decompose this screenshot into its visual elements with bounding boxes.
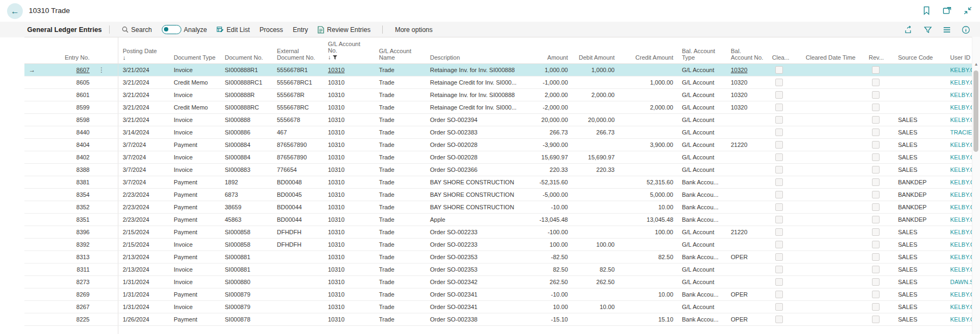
cell-entry-no[interactable]: 8311 [58, 264, 94, 276]
cell-menu[interactable] [94, 239, 118, 251]
cell-bal-account-type[interactable]: G/L Account [678, 239, 726, 251]
cell-source-code[interactable]: SALES [894, 288, 946, 301]
cell-gl-account-name[interactable]: Trade [375, 201, 426, 214]
cell-gl-account-no[interactable]: 10310 [324, 164, 375, 176]
cell-external-document-no[interactable]: BD00044 [273, 214, 324, 226]
cell-document-type[interactable]: Invoice [169, 164, 220, 176]
cell-amount[interactable]: -52,315.60 [521, 176, 572, 189]
table-row[interactable]: 83512/23/2024Payment45863BD0004410310Tra… [24, 214, 972, 226]
cell-reversed[interactable] [864, 239, 894, 251]
cell-document-no[interactable]: 45863 [220, 214, 273, 226]
cell-cleared[interactable] [768, 226, 801, 239]
cell-source-code[interactable]: SALES [894, 301, 946, 313]
column-header-cleared[interactable]: Clea... [768, 37, 801, 64]
cell-cleared[interactable] [768, 164, 801, 176]
cell-user-id[interactable]: KELBY.CAIOLA [946, 164, 972, 176]
cell-gl-account-name[interactable]: Trade [375, 276, 426, 288]
cell-gl-account-no[interactable]: 10310 [324, 239, 375, 251]
cleared-checkbox[interactable] [775, 104, 783, 111]
cell-external-document-no[interactable]: 5556678R [273, 89, 324, 101]
cell-reversed[interactable] [864, 251, 894, 264]
cell-bal-account-no[interactable]: OPER [726, 288, 768, 301]
cell-document-type[interactable]: Payment [169, 313, 220, 326]
cell-document-type[interactable]: Credit Memo [169, 76, 220, 89]
cell-cleared-date-time[interactable] [801, 164, 864, 176]
cell-cleared-date-time[interactable] [801, 189, 864, 201]
cell-entry-no[interactable]: 8381 [58, 176, 94, 189]
cell-cleared-date-time[interactable] [801, 301, 864, 313]
cleared-checkbox[interactable] [775, 203, 783, 211]
cell-document-type[interactable]: Invoice [169, 276, 220, 288]
cell-description[interactable]: BAY SHORE CONSTRUCTION [426, 176, 521, 189]
cell-posting-date[interactable]: 2/15/2024 [118, 226, 170, 239]
cell-cleared-date-time[interactable] [801, 226, 864, 239]
cell-posting-date[interactable]: 1/31/2024 [118, 288, 170, 301]
cell-external-document-no[interactable]: 876567890 [273, 151, 324, 164]
cell-gl-account-no[interactable]: 10310 [324, 139, 375, 151]
cell-cleared-date-time[interactable] [801, 139, 864, 151]
reversed-checkbox[interactable] [872, 316, 880, 323]
cell-document-no[interactable]: SI000878 [220, 313, 273, 326]
cell-cleared[interactable] [768, 139, 801, 151]
back-button[interactable]: ← [7, 3, 23, 19]
cell-gl-account-name[interactable]: Trade [375, 114, 426, 126]
cell-source-code[interactable] [894, 101, 946, 114]
cell-cleared[interactable] [768, 288, 801, 301]
cell-bal-account-no[interactable]: 10320 [726, 64, 768, 76]
cell-source-code[interactable] [894, 64, 946, 76]
cell-credit-amount[interactable]: 15.10 [619, 313, 678, 326]
cell-source-code[interactable]: SALES [894, 251, 946, 264]
cell-description[interactable]: Order SO-002366 [426, 164, 521, 176]
cell-bal-account-no[interactable] [726, 151, 768, 164]
edit-list-button[interactable]: Edit List [212, 22, 255, 37]
cell-bal-account-no[interactable] [726, 214, 768, 226]
cell-debit-amount[interactable]: 10.00 [572, 301, 619, 313]
row-options-icon[interactable]: ⋮ [98, 66, 105, 74]
cell-gl-account-name[interactable]: Trade [375, 76, 426, 89]
cell-cleared-date-time[interactable] [801, 201, 864, 214]
column-header-entry-no[interactable]: Entry No. [58, 37, 94, 64]
cleared-checkbox[interactable] [775, 266, 783, 273]
table-row[interactable]: 82731/31/2024InvoiceSI00088010310TradeOr… [24, 276, 972, 288]
analyze-toggle[interactable]: Analyze [157, 22, 212, 37]
reversed-checkbox[interactable] [872, 203, 880, 211]
column-header-source-code[interactable]: Source Code [894, 37, 946, 64]
cell-source-code[interactable]: SALES [894, 151, 946, 164]
cell-cleared-date-time[interactable] [801, 76, 864, 89]
cell-document-type[interactable]: Payment [169, 288, 220, 301]
table-row[interactable]: 85983/21/2024InvoiceSI000888555667810310… [24, 114, 972, 126]
cell-external-document-no[interactable] [273, 264, 324, 276]
cell-description[interactable]: Order SO-002028 [426, 139, 521, 151]
cell-gl-account-name[interactable]: Trade [375, 139, 426, 151]
cell-bal-account-no[interactable]: 10320 [726, 101, 768, 114]
cell-credit-amount[interactable] [619, 164, 678, 176]
cell-description[interactable]: BAY SHORE CONSTRUCTION [426, 189, 521, 201]
cell-external-document-no[interactable]: 467 [273, 126, 324, 139]
cell-bal-account-type[interactable]: G/L Account [678, 64, 726, 76]
cell-gl-account-name[interactable]: Trade [375, 288, 426, 301]
cell-menu[interactable] [94, 101, 118, 114]
cell-credit-amount[interactable] [619, 151, 678, 164]
cell-source-code[interactable]: SALES [894, 313, 946, 326]
cell-menu[interactable] [94, 214, 118, 226]
cleared-checkbox[interactable] [775, 141, 783, 149]
cell-debit-amount[interactable]: 262.50 [572, 276, 619, 288]
cell-entry-no[interactable]: 8402 [58, 151, 94, 164]
column-header-bal-account-type[interactable]: Bal. Account Type [678, 37, 726, 64]
cell-document-type[interactable]: Payment [169, 226, 220, 239]
cell-gl-account-no[interactable]: 10310 [324, 151, 375, 164]
table-row[interactable]: 86013/21/2024InvoiceSI000888R5556678R103… [24, 89, 972, 101]
cell-menu[interactable] [94, 226, 118, 239]
cleared-checkbox[interactable] [775, 253, 783, 261]
cell-bal-account-type[interactable]: G/L Account [678, 139, 726, 151]
reversed-checkbox[interactable] [872, 91, 880, 99]
cell-source-code[interactable]: SALES [894, 276, 946, 288]
cell-document-type[interactable]: Invoice [169, 239, 220, 251]
cell-cleared-date-time[interactable] [801, 214, 864, 226]
cell-bal-account-type[interactable]: Bank Accou... [678, 201, 726, 214]
table-row[interactable]: 84023/7/2024InvoiceSI0008848765678901031… [24, 151, 972, 164]
cell-gl-account-no[interactable]: 10310 [324, 89, 375, 101]
cell-bal-account-no[interactable]: 21220 [726, 139, 768, 151]
cell-amount[interactable]: 1,000.00 [521, 64, 572, 76]
cell-bal-account-no[interactable]: 10320 [726, 89, 768, 101]
